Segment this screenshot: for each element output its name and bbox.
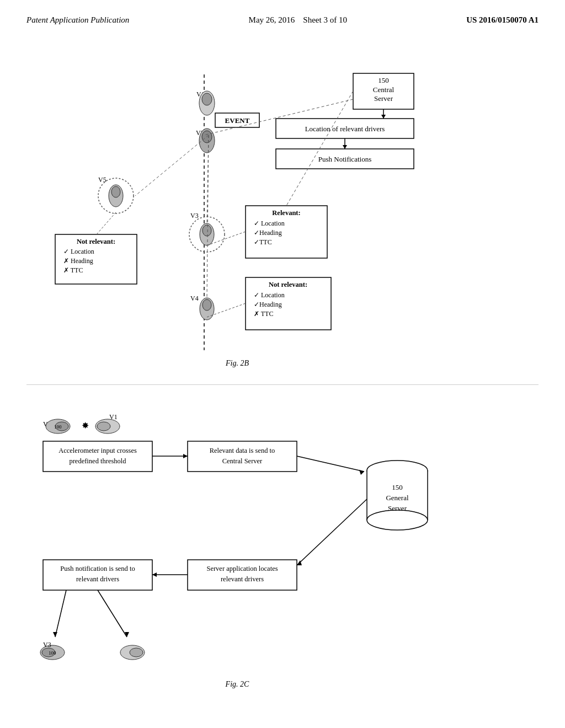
fig2c-diagram: V2 100 ✸ V1 Accelerometer input crosses …	[0, 389, 565, 728]
svg-text:100: 100	[54, 424, 62, 430]
svg-text:✸: ✸	[82, 421, 89, 430]
header-center: May 26, 2016 Sheet 3 of 10	[249, 15, 347, 25]
svg-text:V3: V3	[43, 641, 51, 649]
svg-line-95	[98, 590, 127, 637]
patent-number: US 2016/0150070 A1	[466, 15, 539, 25]
fig2b-svg: 150 Central Server Location of relevant …	[0, 63, 565, 383]
date-text: May 26, 2016	[249, 15, 295, 24]
svg-text:✓ Location: ✓ Location	[254, 291, 285, 299]
svg-line-33	[135, 135, 209, 196]
svg-marker-69	[183, 454, 188, 458]
svg-text:Not relevant:: Not relevant:	[269, 281, 307, 288]
svg-point-25	[111, 186, 120, 197]
svg-text:Fig. 2C: Fig. 2C	[225, 680, 249, 688]
svg-line-54	[286, 91, 353, 206]
svg-marker-10	[381, 115, 386, 119]
svg-text:General: General	[386, 494, 409, 502]
fig2c-svg: V2 100 ✸ V1 Accelerometer input crosses …	[0, 389, 565, 728]
svg-point-32	[202, 299, 211, 311]
svg-line-51	[97, 212, 116, 234]
svg-marker-12	[343, 145, 347, 149]
svg-text:150: 150	[392, 483, 403, 491]
svg-marker-89	[152, 572, 157, 577]
svg-point-102	[130, 648, 143, 657]
svg-text:✓TTC: ✓TTC	[254, 238, 272, 246]
svg-text:Server: Server	[374, 94, 393, 103]
publication-title: Patent Application Publication	[26, 15, 129, 25]
svg-text:Central Server: Central Server	[222, 457, 263, 465]
svg-text:Relevant:: Relevant:	[272, 209, 300, 217]
svg-rect-65	[43, 441, 152, 472]
svg-text:✓Heading: ✓Heading	[254, 229, 282, 237]
svg-text:✓Heading: ✓Heading	[254, 301, 282, 308]
svg-text:Not relevant:: Not relevant:	[77, 238, 115, 245]
svg-text:150: 150	[378, 76, 389, 84]
svg-line-93	[55, 590, 66, 637]
svg-text:V1: V1	[109, 413, 118, 421]
svg-text:V3: V3	[190, 212, 199, 220]
sheet-text: Sheet 3 of 10	[303, 15, 347, 24]
svg-point-29	[202, 225, 211, 236]
svg-text:relevant drivers: relevant drivers	[221, 575, 264, 583]
svg-text:Relevant data is send to: Relevant data is send to	[210, 447, 275, 454]
svg-text:Push notification is send to: Push notification is send to	[60, 565, 135, 572]
svg-line-35	[207, 135, 209, 299]
svg-text:✓ Location: ✓ Location	[254, 220, 285, 227]
svg-text:predefined threshold: predefined threshold	[69, 457, 126, 465]
page-header: Patent Application Publication May 26, 2…	[0, 0, 565, 25]
svg-text:100: 100	[49, 650, 56, 656]
svg-point-15	[202, 93, 212, 105]
svg-marker-94	[53, 632, 57, 637]
svg-text:✗  Heading: ✗ Heading	[63, 257, 93, 265]
separator	[26, 384, 539, 385]
svg-text:Server: Server	[388, 504, 407, 512]
svg-line-73	[297, 456, 364, 472]
svg-text:Location of relevant drivers: Location of relevant drivers	[305, 125, 385, 133]
svg-text:EVENT: EVENT	[225, 116, 250, 125]
svg-rect-70	[188, 441, 297, 472]
svg-text:✗  TTC: ✗ TTC	[63, 266, 83, 274]
svg-text:✗  TTC: ✗ TTC	[254, 310, 273, 318]
svg-line-83	[297, 499, 367, 565]
fig2b-diagram: 150 Central Server Location of relevant …	[0, 63, 565, 383]
svg-point-63	[97, 422, 110, 431]
svg-text:V5: V5	[98, 176, 106, 184]
svg-text:Fig. 2B: Fig. 2B	[225, 359, 249, 367]
svg-text:relevant drivers: relevant drivers	[76, 575, 119, 583]
svg-point-79	[367, 510, 428, 530]
svg-text:Server application locates: Server application locates	[206, 565, 278, 572]
svg-text:Central: Central	[373, 85, 395, 94]
svg-text:V4: V4	[190, 295, 199, 302]
svg-text:✓ Location: ✓ Location	[63, 248, 94, 255]
svg-text:Accelerometer input crosses: Accelerometer input crosses	[58, 447, 137, 454]
content-area: 150 Central Server Location of relevant …	[0, 63, 565, 728]
svg-text:Push Notifications: Push Notifications	[318, 155, 371, 163]
